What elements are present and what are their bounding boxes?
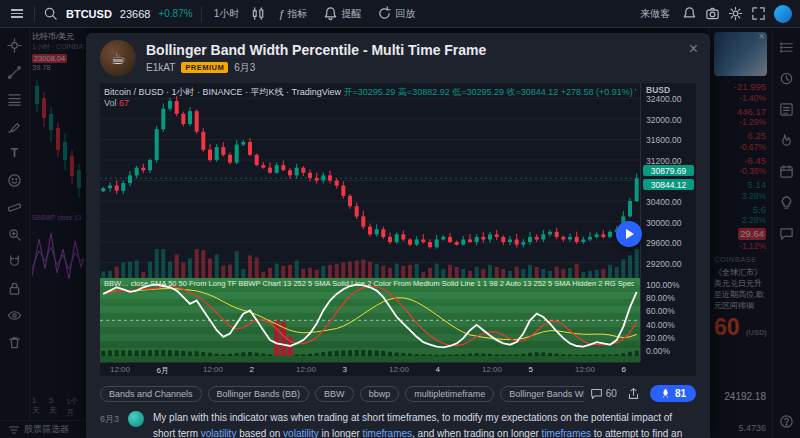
time-tick: 3 [343, 365, 347, 374]
volume-value: 67 [119, 98, 129, 108]
camera-icon[interactable] [705, 6, 720, 21]
go-to-realtime-button[interactable] [616, 221, 642, 247]
share-icon[interactable] [627, 387, 640, 400]
price-badge: 30844.12 [643, 179, 694, 190]
candle-chart-icon[interactable] [251, 6, 266, 21]
chart-legend: Bitcoin / BUSD · 1小时 · BINANCE · 平均K线 · … [104, 86, 636, 99]
description: 6月3 My plan with this indicator was when… [100, 410, 696, 438]
price-tick: 30000.00 [646, 218, 681, 228]
replay-button[interactable]: 回放 [373, 4, 419, 23]
boost-rocket-icon [660, 388, 671, 399]
time-tick: 12:00 [296, 365, 316, 374]
script-title: Bollinger Band Width Percentile - Multi … [146, 42, 486, 58]
indicators-button[interactable]: ƒ指标 [274, 5, 311, 23]
description-text: My plan with this indicator was when tra… [153, 410, 696, 438]
time-tick: 12:00 [203, 365, 223, 374]
tags-row: Bands and ChannelsBollinger Bands (BB)BB… [100, 385, 696, 402]
gear-icon[interactable] [728, 6, 743, 21]
time-tick: 5 [529, 365, 533, 374]
author-avatar[interactable]: ☕ [100, 40, 136, 76]
symbol-price: 23668 [120, 8, 151, 20]
divider [201, 6, 202, 22]
description-link[interactable]: volatility [283, 428, 319, 438]
tag-list: Bands and ChannelsBollinger Bands (BB)BB… [100, 386, 584, 402]
interval-button[interactable]: 1小时 [210, 5, 244, 23]
comments-count: 60 [606, 388, 617, 399]
replay-icon [377, 6, 392, 21]
comment-icon [590, 387, 603, 400]
legend-ohlc: 开=30295.29 高=30882.92 低=30295.29 收=30844… [344, 87, 633, 97]
tag-pill[interactable]: Bollinger Bands Width (BBW) [500, 386, 584, 402]
time-tick: 12:00 [575, 365, 595, 374]
percent-tick: 80.00% [646, 293, 675, 303]
alert-icon [323, 6, 338, 21]
close-icon[interactable]: × [689, 41, 698, 57]
menu-icon[interactable] [8, 6, 26, 21]
tag-pill[interactable]: Bands and Channels [100, 386, 202, 402]
boost-button[interactable]: 81 [650, 385, 696, 402]
bell-icon[interactable] [682, 6, 697, 21]
tag-pill[interactable]: bbwp [360, 386, 400, 402]
premium-badge: PREMIUM [181, 62, 228, 73]
replay-label: 回放 [395, 7, 415, 21]
publish-date: 6月3 [234, 61, 255, 75]
author-name[interactable]: E1kAT [146, 62, 175, 73]
tag-pill[interactable]: BBW [315, 386, 354, 402]
price-pane[interactable]: Bitcoin / BUSD · 1小时 · BINANCE · 平均K线 · … [100, 83, 640, 278]
description-segment: based on [236, 428, 283, 438]
percent-tick: 0.00% [646, 346, 670, 356]
percent-tick: 60.00% [646, 306, 675, 316]
fullscreen-icon[interactable] [751, 6, 766, 21]
divider [34, 6, 35, 22]
price-tick: 29600.00 [646, 238, 681, 248]
description-link[interactable]: timeframes [542, 428, 591, 438]
script-chart[interactable]: Bitcoin / BUSD · 1小时 · BINANCE · 平均K线 · … [100, 83, 696, 376]
topbar: BTCUSD 23668 +0.87% 1小时 ƒ指标 提醒 回放 来做客 [0, 0, 800, 28]
comments-button[interactable]: 60 [590, 387, 617, 400]
symbol-change: +0.87% [158, 8, 192, 19]
alert-button[interactable]: 提醒 [319, 4, 365, 23]
price-tick: 32400.00 [646, 94, 681, 104]
percent-tick: 40.00% [646, 320, 675, 330]
tag-pill[interactable]: Bollinger Bands (BB) [208, 386, 310, 402]
description-segment: , and when trading on longer [412, 428, 542, 438]
price-tick: 32000.00 [646, 115, 681, 125]
candlestick-chart [100, 83, 640, 278]
time-tick: 4 [436, 365, 440, 374]
bbwp-legend[interactable]: BBW… close SMA 50 50 From Long TF BBWP C… [104, 279, 634, 288]
legend-volume: Vol·66.81 [635, 87, 636, 97]
percent-tick: 20.00% [646, 333, 675, 343]
symbol-name[interactable]: BTCUSD [66, 8, 112, 20]
price-tick: 31600.00 [646, 135, 681, 145]
indicators-icon: ƒ [278, 8, 284, 20]
percent-tick: 100.00% [646, 280, 680, 290]
indicators-label: 指标 [287, 7, 307, 21]
time-tick: 2 [250, 365, 254, 374]
bbwp-pane[interactable]: BBW… close SMA 50 50 From Long TF BBWP C… [100, 278, 640, 362]
description-date: 6月3 [100, 410, 119, 438]
search-icon[interactable] [43, 6, 58, 21]
volume-label: Vol [104, 98, 117, 108]
user-avatar[interactable] [774, 5, 792, 23]
legend-symbol[interactable]: Bitcoin / BUSD · 1小时 · BINANCE · 平均K线 · … [104, 87, 341, 97]
time-axis[interactable]: 12:006月12:00212:00312:00412:00512:006 [100, 362, 640, 376]
price-scale[interactable]: BUSD 32400.0032000.0031600.0031200.00308… [640, 83, 696, 362]
update-marker-icon [128, 411, 144, 427]
volume-row-legend: Vol 67 [104, 98, 129, 108]
description-link[interactable]: volatility [201, 428, 237, 438]
price-tick: 30400.00 [646, 197, 681, 207]
price-tick: 29200.00 [646, 259, 681, 269]
time-tick: 6月 [157, 365, 169, 376]
time-tick: 12:00 [110, 365, 130, 374]
play-icon [626, 229, 634, 239]
description-link[interactable]: timeframes [363, 428, 412, 438]
tag-pill[interactable]: multipletimeframe [405, 386, 494, 402]
bbwp-plot [100, 278, 640, 362]
engagement: 60 81 [590, 385, 696, 402]
alert-label: 提醒 [341, 7, 361, 21]
description-segment: in longer [319, 428, 363, 438]
boost-count: 81 [675, 388, 686, 399]
layout-button[interactable]: 来做客 [636, 5, 674, 23]
time-tick: 12:00 [482, 365, 502, 374]
price-badge: 30879.69 [643, 165, 694, 176]
